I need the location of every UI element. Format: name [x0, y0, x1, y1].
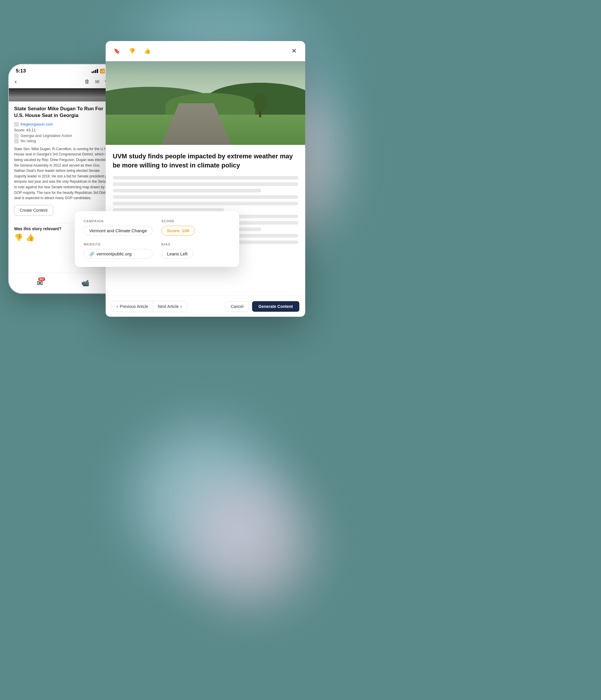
website-label: WEBSITE [83, 243, 152, 246]
phone-source-row: thegeorgiasun.com [14, 122, 112, 127]
tag2-icon [14, 139, 19, 143]
generate-content-button[interactable]: Generate Content [252, 301, 299, 312]
mail-icon[interactable]: ✉ [95, 79, 99, 85]
modal-top-bar: 🔖 👎 👍 ✕ [106, 41, 305, 61]
signal-bar-1 [92, 72, 93, 73]
source-favicon [14, 122, 19, 127]
bias-section: BIAS Leans Left [161, 243, 231, 259]
video-icon[interactable]: 📹 [81, 279, 89, 287]
phone-score: Score: 43.11 [14, 128, 112, 132]
tree-crown [254, 93, 267, 111]
chevron-left-icon: ‹ [117, 304, 118, 309]
cancel-button[interactable]: Cancel [225, 301, 249, 312]
phone-article-title: State Senator Mike Dugan To Run For U.S.… [14, 105, 112, 119]
create-content-button[interactable]: Create Content [14, 205, 53, 216]
score-value: Score: 100 [161, 226, 195, 235]
modal-action-icons: 🔖 👎 👍 [112, 46, 152, 56]
article-modal: 🔖 👎 👍 ✕ UVM study fi [106, 41, 305, 317]
campaign-grid: CAMPAIGN Vermont and Climate Change SCOR… [83, 219, 231, 259]
content-line [113, 189, 261, 192]
website-value: 🔗 vermontpublic.org [83, 249, 152, 259]
phone-notch [46, 65, 81, 73]
score-label: SCORE [161, 219, 231, 223]
campaign-label: CAMPAIGN [83, 219, 152, 223]
back-button[interactable]: ‹ [15, 78, 17, 85]
website-section: WEBSITE 🔗 vermontpublic.org [83, 243, 152, 259]
thumbs-up-button[interactable]: 👍 [142, 46, 152, 56]
bookmark-button[interactable]: 🔖 [112, 46, 122, 56]
chevron-right-icon: › [181, 304, 182, 309]
mail-notification[interactable]: ✉ 99+ [37, 279, 43, 288]
bias-value: Leans Left [161, 249, 193, 259]
content-line [113, 176, 298, 179]
tag1-label: Georgia and Legislative Action [21, 133, 72, 138]
background-blob-4 [176, 469, 323, 616]
modal-close-button[interactable]: ✕ [289, 46, 299, 56]
article-nav-group: ‹ Previous Article Next Article › [112, 301, 187, 312]
modal-bottom-bar: ‹ Previous Article Next Article › Cancel… [106, 296, 305, 317]
modal-article-title: UVM study finds people impacted by extre… [113, 152, 298, 170]
source-link[interactable]: thegeorgiasun.com [21, 122, 53, 126]
trash-icon[interactable]: 🗑 [85, 79, 90, 85]
tag1-icon [14, 133, 19, 138]
next-article-button[interactable]: Next Article › [153, 301, 187, 312]
phone-tag1-row: Georgia and Legislative Action [14, 133, 112, 138]
phone-article-body: State Sen. Mike Dugan, R-Carrollton, is … [14, 146, 112, 201]
campaign-value: Vermont and Climate Change [83, 226, 152, 235]
bias-label: BIAS [161, 243, 231, 246]
article-hero-image [9, 88, 117, 101]
thumbs-up-button[interactable]: 👍 [26, 233, 34, 242]
content-line [113, 202, 298, 205]
campaign-card: CAMPAIGN Vermont and Climate Change SCOR… [75, 211, 239, 267]
wifi-icon: 📶 [100, 69, 105, 73]
modal-action-buttons: Cancel Generate Content [225, 301, 299, 312]
phone-bottom-bar: ✉ 99+ 📹 [9, 273, 117, 293]
signal-bar-4 [97, 69, 98, 73]
tag2-label: No rating [21, 139, 36, 143]
previous-article-button[interactable]: ‹ Previous Article [112, 301, 153, 312]
link-icon: 🔗 [89, 252, 94, 256]
landscape-illustration [106, 61, 305, 145]
content-line [113, 195, 298, 199]
signal-bar-3 [95, 70, 96, 73]
thumbs-down-button[interactable]: 👎 [14, 233, 23, 242]
score-section: SCORE Score: 100 [161, 219, 231, 235]
signal-bars-icon [92, 69, 98, 73]
thumbs-down-button[interactable]: 👎 [127, 46, 137, 56]
signal-bar-2 [93, 71, 95, 73]
phone-time: 5:13 [16, 68, 26, 74]
content-line [113, 182, 298, 186]
modal-hero-image [106, 61, 305, 145]
landscape-tree [259, 109, 261, 117]
phone-nav-bar: ‹ 🗑 ✉ ••• [9, 76, 117, 88]
notification-badge: 99+ [38, 277, 45, 281]
phone-tag2-row: No rating [14, 139, 112, 143]
campaign-section: CAMPAIGN Vermont and Climate Change [83, 219, 152, 235]
